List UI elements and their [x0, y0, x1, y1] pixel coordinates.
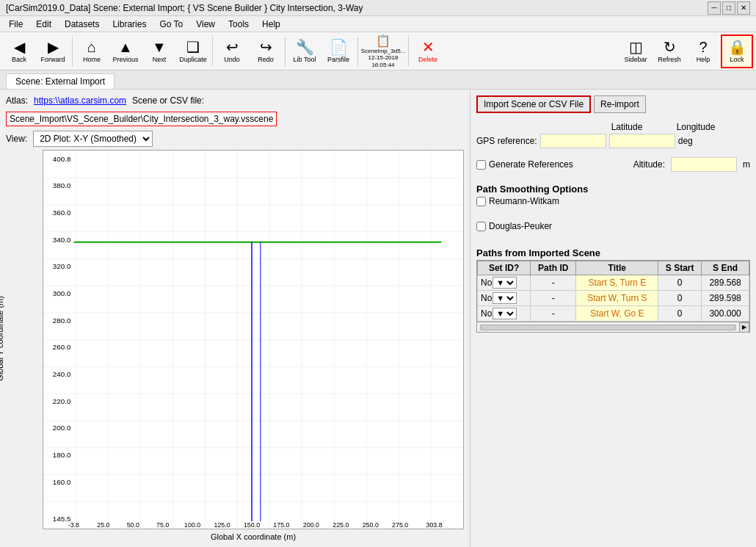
- row3-title[interactable]: Start W, Go E: [576, 306, 658, 322]
- altitude-label: Altitude:: [633, 159, 665, 170]
- duplicate-button[interactable]: ❑ Duplicate: [177, 35, 209, 68]
- row1-path-id: -: [531, 275, 576, 291]
- forward-button[interactable]: ▶ Forward: [37, 35, 69, 68]
- home-button[interactable]: ⌂ Home: [76, 35, 108, 68]
- lock-button[interactable]: 🔒 Lock: [721, 35, 753, 68]
- delete-button[interactable]: ✕ Delete: [412, 35, 444, 68]
- gps-reference-label: GPS reference:: [476, 136, 537, 146]
- row1-no-text: No: [481, 278, 492, 288]
- menu-view[interactable]: View: [190, 18, 221, 31]
- redo-icon: ↪: [260, 40, 272, 54]
- next-button[interactable]: ▼ Next: [143, 35, 175, 68]
- svg-text:360.0: 360.0: [53, 209, 71, 217]
- gps-longitude-input[interactable]: [609, 134, 675, 148]
- import-buttons-row: Import Scene or CSV File Re-import: [476, 95, 750, 113]
- back-button[interactable]: ◀ Back: [3, 35, 35, 68]
- toolbar-sep-3: [285, 37, 286, 66]
- import-scene-button[interactable]: Import Scene or CSV File: [476, 95, 591, 113]
- parsfile-button[interactable]: 📄 Parsfile: [322, 35, 355, 68]
- row1-set-id: No ▼: [478, 275, 531, 291]
- scene-file-label: SceneImp_3d5...: [361, 48, 405, 55]
- table-scrollbar[interactable]: ▶: [476, 322, 750, 333]
- scene-label: Scene or CSV file:: [132, 95, 204, 106]
- col-path-id: Path ID: [531, 261, 576, 275]
- generate-references-checkbox[interactable]: [476, 160, 486, 170]
- toolbar-sep-4: [357, 37, 358, 66]
- close-button[interactable]: ✕: [737, 1, 750, 15]
- refresh-button[interactable]: ↻ Refresh: [653, 35, 686, 68]
- menu-libraries[interactable]: Libraries: [106, 18, 152, 31]
- row2-title[interactable]: Start W, Turn S: [576, 291, 658, 306]
- gen-ref-row: Generate References Altitude: m: [476, 157, 750, 172]
- row1-title-text: Start S, Turn E: [588, 278, 646, 288]
- plot-container[interactable]: 400.8 380.0 360.0 340.0 320.0 300.0 280.…: [43, 150, 464, 529]
- redo-button[interactable]: ↪ Redo: [250, 35, 282, 68]
- x-axis-label: Global X coordinate (m): [43, 532, 464, 541]
- minimize-button[interactable]: ─: [708, 1, 721, 15]
- tab-area: Scene: External Import: [0, 70, 756, 90]
- libtool-button[interactable]: 🔧 Lib Tool: [288, 35, 321, 68]
- row1-title[interactable]: Start S, Turn E: [576, 275, 658, 291]
- toolbar-sep-5: [408, 37, 409, 66]
- menu-edit[interactable]: Edit: [30, 18, 57, 31]
- row2-set-id-select[interactable]: ▼: [493, 292, 517, 304]
- svg-rect-1: [43, 151, 463, 529]
- back-icon: ◀: [14, 40, 25, 54]
- menu-tools[interactable]: Tools: [222, 18, 255, 31]
- back-label: Back: [12, 56, 26, 63]
- gps-latitude-input[interactable]: [540, 134, 606, 148]
- undo-button[interactable]: ↩ Undo: [216, 35, 248, 68]
- row3-no-text: No: [481, 308, 492, 319]
- redo-label: Redo: [258, 56, 274, 63]
- scroll-track: [480, 325, 736, 330]
- row1-set-id-select[interactable]: ▼: [493, 277, 517, 289]
- view-select[interactable]: 2D Plot: X-Y (Smoothed) 3D View 2D Plot:…: [33, 131, 153, 147]
- generate-references-label: Generate References: [489, 159, 573, 170]
- scroll-right-button[interactable]: ▶: [739, 322, 749, 333]
- toolbar-sep-2: [212, 37, 213, 66]
- row3-path-id: -: [531, 306, 576, 322]
- scene-file-button[interactable]: 📋 SceneImp_3d5... 12-15-2018 16:05:44: [361, 35, 405, 68]
- path-smoothing-title: Path Smoothing Options: [476, 184, 750, 195]
- row3-set-id-select[interactable]: ▼: [493, 308, 517, 319]
- table-row: No ▼ - Start W, Go E 0 300.000: [478, 306, 749, 322]
- svg-text:-3.8: -3.8: [68, 521, 79, 529]
- table-row: No ▼ - Start S, Turn E 0 289.568: [478, 275, 749, 291]
- forward-icon: ▶: [48, 40, 59, 54]
- plot-and-x: 400.8 380.0 360.0 340.0 320.0 300.0 280.…: [43, 150, 464, 541]
- svg-text:200.0: 200.0: [53, 424, 71, 432]
- gps-spacer: [503, 122, 591, 132]
- next-icon: ▼: [152, 40, 167, 54]
- svg-text:150.0: 150.0: [244, 521, 260, 529]
- menu-datasets[interactable]: Datasets: [59, 18, 105, 31]
- atlas-link[interactable]: https:\\atlas.carsim.com: [34, 95, 126, 106]
- svg-text:160.0: 160.0: [53, 478, 71, 486]
- col-s-start: S Start: [658, 261, 702, 275]
- douglas-peuker-row: Douglas-Peuker: [476, 221, 750, 231]
- help-button[interactable]: ? Help: [687, 35, 719, 68]
- col-title: Title: [576, 261, 658, 275]
- row1-set-id-cell: No ▼: [481, 277, 527, 289]
- menu-goto[interactable]: Go To: [153, 18, 189, 31]
- titlebar: [CarSim2019.0_Data] Scene: External Impo…: [0, 0, 756, 16]
- altitude-input[interactable]: [671, 157, 737, 172]
- scene-path-input[interactable]: Scene_Import\VS_Scene_Builder\City_Inter…: [6, 112, 277, 126]
- svg-text:275.0: 275.0: [392, 521, 408, 529]
- reumann-witkam-checkbox[interactable]: [476, 197, 486, 206]
- menu-help[interactable]: Help: [256, 18, 286, 31]
- maximize-button[interactable]: □: [722, 1, 735, 15]
- svg-text:250.0: 250.0: [363, 521, 379, 529]
- scene-external-import-tab[interactable]: Scene: External Import: [6, 73, 115, 89]
- toolbar: ◀ Back ▶ Forward ⌂ Home ▲ Previous ▼ Nex…: [0, 32, 756, 70]
- scene-file-date: 12-15-2018 16:05:44: [362, 54, 404, 68]
- plot-svg: 400.8 380.0 360.0 340.0 320.0 300.0 280.…: [43, 151, 463, 529]
- sidebar-button[interactable]: ◫ Sidebar: [619, 35, 652, 68]
- previous-button[interactable]: ▲ Previous: [109, 35, 142, 68]
- svg-text:380.0: 380.0: [53, 181, 71, 189]
- douglas-peuker-checkbox[interactable]: [476, 222, 486, 231]
- right-panel: Import Scene or CSV File Re-import Latit…: [470, 90, 756, 547]
- reimport-button[interactable]: Re-import: [594, 95, 646, 113]
- svg-text:260.0: 260.0: [53, 343, 71, 351]
- menu-file[interactable]: File: [3, 18, 29, 31]
- libtool-label: Lib Tool: [294, 56, 316, 63]
